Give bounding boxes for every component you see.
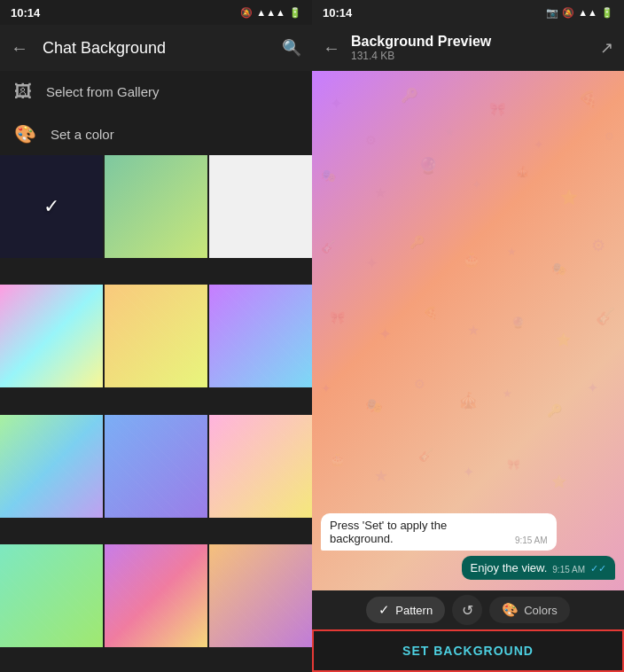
right-silent-icon: 🔕 [562,7,574,19]
message-received: Press 'Set' to apply the background. 9:1… [321,513,557,551]
colors-button[interactable]: 🎨 Colors [489,597,570,623]
wallpaper-cell-1[interactable]: ✓ [0,155,103,258]
svg-text:★: ★ [467,323,480,338]
right-status-time: 10:14 [323,6,352,20]
svg-text:⚙: ⚙ [365,133,377,147]
left-back-button[interactable]: ← [11,38,28,59]
wallpaper-cell-12[interactable] [209,544,312,647]
right-status-icons: 📷 🔕 ▲▲ 🔋 [546,7,613,19]
wallpaper-cell-5[interactable] [105,285,207,387]
wallpaper-cell-2[interactable] [105,155,207,258]
svg-text:⚙: ⚙ [604,130,614,143]
svg-text:✦: ✦ [463,465,474,480]
svg-text:🎸: 🎸 [321,239,337,254]
wallpaper-cell-8[interactable] [105,415,207,518]
message-received-text: Press 'Set' to apply the background. [330,519,510,545]
svg-text:🎀: 🎀 [330,310,346,325]
svg-text:🔑: 🔑 [410,235,425,250]
svg-text:🍕: 🍕 [578,90,598,109]
svg-text:🔑: 🔑 [547,403,563,418]
color-icon: 🎨 [14,123,36,145]
svg-text:✦: ✦ [378,325,392,343]
gallery-label: Select from Gallery [46,84,160,99]
svg-text:🎪: 🎪 [458,391,479,410]
left-status-time: 10:14 [11,6,40,20]
svg-text:🎸: 🎸 [596,307,616,326]
gallery-menu-item[interactable]: 🖼 Select from Gallery [0,71,312,113]
color-menu-item[interactable]: 🎨 Set a color [0,113,312,155]
battery-icon: 🔋 [289,7,301,19]
right-battery-icon: 🔋 [601,7,613,19]
right-header: ← Background Preview 131.4 KB ↗ [312,25,624,71]
chat-messages: Press 'Set' to apply the background. 9:1… [312,506,624,590]
reset-button[interactable]: ↺ [452,595,482,625]
right-header-title: Background Preview [351,34,589,50]
pattern-button[interactable]: ✓ Pattern [366,597,445,623]
message-sent-text: Enjoy the view. [471,561,548,574]
svg-text:🎭: 🎭 [365,397,383,414]
svg-text:⭐: ⭐ [551,474,567,489]
wallpaper-cell-4[interactable] [0,285,103,387]
left-panel: 10:14 🔕 ▲▲▲ 🔋 ← Chat Background 🔍 🖼 Sele… [0,0,312,672]
gallery-icon: 🖼 [14,82,32,102]
svg-text:★: ★ [445,126,455,138]
wallpaper-cell-9[interactable] [209,415,312,518]
svg-text:✦: ✦ [365,254,378,272]
svg-text:🍕: 🍕 [423,306,439,321]
reset-icon: ↺ [462,602,473,619]
svg-text:🎸: 🎸 [418,448,434,463]
svg-text:🎂: 🎂 [330,452,346,467]
pattern-label: Pattern [395,604,433,617]
wallpaper-cell-7[interactable] [0,415,103,518]
wallpaper-cell-11[interactable] [105,544,207,647]
wifi-icon: ▲▲▲ [256,7,285,18]
left-header-title: Chat Background [43,39,268,58]
right-header-subtitle: 131.4 KB [351,50,589,62]
svg-text:🔮: 🔮 [511,316,525,329]
silent-icon: 🔕 [240,7,253,19]
svg-text:★: ★ [503,387,512,400]
svg-text:🎀: 🎀 [507,457,520,471]
right-panel: 10:14 📷 🔕 ▲▲ 🔋 ← Background Preview 131.… [312,0,624,672]
left-status-bar: 10:14 🔕 ▲▲▲ 🔋 [0,0,312,25]
svg-text:🎭: 🎭 [321,168,337,184]
set-background-button[interactable]: SET BACKGROUND [312,629,624,672]
wallpaper-grid: ✓ [0,155,312,672]
right-header-info: Background Preview 131.4 KB [351,34,589,62]
selected-checkmark: ✓ [43,195,59,218]
svg-text:✦: ✦ [534,137,544,152]
svg-text:🔑: 🔑 [401,87,418,104]
wallpaper-cell-6[interactable] [209,285,312,387]
svg-text:✦: ✦ [472,177,482,191]
right-back-button[interactable]: ← [323,38,340,59]
svg-text:🔮: 🔮 [418,156,439,176]
message-sent-time: 9:15 AM [552,565,585,574]
svg-text:★: ★ [374,185,386,200]
right-status-bar: 10:14 📷 🔕 ▲▲ 🔋 [312,0,624,25]
message-sent: Enjoy the view. 9:15 AM ✓✓ [462,556,615,580]
svg-text:★: ★ [374,467,388,485]
left-status-icons: 🔕 ▲▲▲ 🔋 [240,7,301,19]
message-ticks: ✓✓ [590,563,606,574]
svg-text:⚙: ⚙ [414,377,425,391]
right-camera-icon: 📷 [546,7,558,19]
svg-text:⚙: ⚙ [591,237,605,254]
svg-text:⭐: ⭐ [556,332,572,348]
svg-text:🎀: 🎀 [489,101,506,117]
svg-text:🎭: 🎭 [551,262,567,277]
color-label: Set a color [51,127,114,142]
wallpaper-cell-3[interactable] [209,155,312,258]
share-button[interactable]: ↗ [600,38,613,58]
svg-text:✦: ✦ [330,95,343,113]
svg-text:★: ★ [507,246,517,258]
svg-text:✦: ✦ [321,381,332,395]
left-header: ← Chat Background 🔍 [0,25,312,71]
pattern-icon: ✓ [378,602,390,618]
right-wifi-icon: ▲▲ [578,7,597,18]
svg-text:✦: ✦ [587,380,598,395]
svg-text:🎂: 🎂 [463,251,480,268]
preview-area: ✦ ⚙ 🔑 ★ 🎀 ✦ 🍕 ⚙ 🎭 ★ 🔮 ✦ 🎪 ⭐ 🎸 ✦ 🔑 🎂 ★ 🎭 … [312,71,624,590]
wallpaper-cell-10[interactable] [0,544,103,647]
svg-text:⭐: ⭐ [560,189,578,206]
search-button[interactable]: 🔍 [282,38,301,58]
